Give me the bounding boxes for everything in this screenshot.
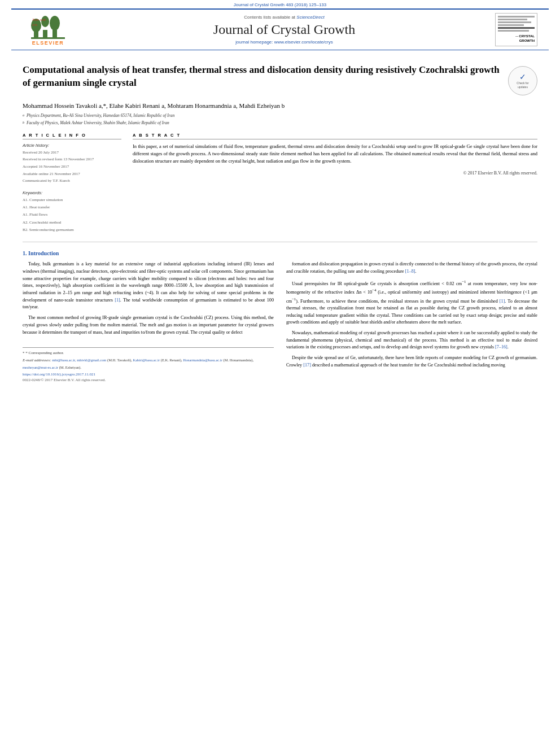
- article-history: Received 20 July 2017 Received in revise…: [23, 149, 121, 185]
- article-info-section-label: A R T I C L E I N F O: [23, 133, 121, 139]
- email-honar: Honarmandnia@basu.ac.ir: [183, 358, 222, 362]
- keyword-3: A1. Fluid flows: [23, 211, 121, 219]
- keywords-label: Keywords:: [23, 190, 121, 195]
- accepted-date: Accepted 16 November 2017: [23, 163, 121, 171]
- right-para-1: formation and dislocation propagation in…: [286, 261, 537, 275]
- received-revised-date: Received in revised form 13 November 201…: [23, 156, 121, 163]
- footnote-email-2: mezheyan@mut-es.ac.ir (M. Ezheiyan).: [23, 364, 274, 370]
- received-date: Received 20 July 2017: [23, 149, 121, 156]
- abstract-section-label: A B S T R A C T: [133, 133, 537, 139]
- available-date: Available online 21 November 2017: [23, 171, 121, 178]
- svg-text:iris: iris: [32, 23, 38, 27]
- homepage-text: journal homepage: www.elsevier.com/locat…: [235, 40, 333, 45]
- paper-title: Computational analysis of heat transfer,…: [23, 64, 501, 90]
- keywords-list: A1. Computer simulation A1. Heat transfe…: [23, 196, 121, 234]
- keywords-section: Keywords: A1. Computer simulation A1. He…: [23, 190, 121, 234]
- keyword-1: A1. Computer simulation: [23, 196, 121, 204]
- keyword-4: A2. Czochralski method: [23, 219, 121, 226]
- journal-name: Journal of Crystal Growth: [73, 22, 495, 37]
- authors-line: Mohammad Hossein Tavakoli a,*, Elahe Kab…: [23, 101, 537, 111]
- intro-body-right: formation and dislocation propagation in…: [286, 261, 537, 369]
- affil-superscript-a: a: [23, 112, 24, 120]
- affil-text-2: Faculty of Physics, Malek Ashtar Univers…: [27, 120, 169, 127]
- svg-text:Non sole: Non sole: [32, 18, 46, 22]
- affiliations: a Physics Department, Bu-Ali Sina Univer…: [23, 112, 537, 127]
- journal-header: Non sole iris ELSEVIER Contents lists av…: [11, 8, 549, 50]
- affil-text-1: Physics Department, Bu-Ali Sina Universi…: [27, 112, 174, 120]
- email-name-2: (E.K. Renani),: [161, 358, 183, 362]
- affiliation-2: b Faculty of Physics, Malek Ashtar Unive…: [23, 120, 537, 127]
- sciencedirect-text: Contents lists available at: [244, 15, 295, 20]
- article-history-title: Article history:: [23, 143, 121, 148]
- sciencedirect-link[interactable]: ScienceDirect: [296, 15, 324, 20]
- email-label: E-mail addresses:: [23, 358, 51, 362]
- sciencedirect-line: Contents lists available at ScienceDirec…: [73, 15, 495, 20]
- keyword-2: A1. Heat transfer: [23, 204, 121, 211]
- email-name-1: (M.H. Tavakoli),: [107, 358, 133, 362]
- intro-columns: Today, bulk germanium is a key material …: [23, 261, 537, 382]
- check-updates-label: Check forupdates: [517, 81, 528, 89]
- section-divider: [23, 242, 537, 242]
- elsevier-logo: Non sole iris ELSEVIER: [23, 13, 73, 46]
- right-para-3: Nowadays, mathematical modeling of cryst…: [286, 330, 537, 351]
- svg-rect-6: [31, 37, 65, 39]
- communicated-by: Communicated by T.F. Kuech: [23, 177, 121, 185]
- corresponding-text: * Corresponding author.: [25, 351, 64, 355]
- intro-para-2: The most common method of growing IR-gra…: [23, 314, 274, 336]
- check-updates-badge: ✓ Check forupdates: [508, 66, 537, 95]
- footnotes-section: * * Corresponding author. E-mail address…: [23, 347, 274, 382]
- journal-title-center: Contents lists available at ScienceDirec…: [73, 15, 495, 45]
- intro-para-1: Today, bulk germanium is a key material …: [23, 261, 274, 311]
- footnote-corresponding: * * Corresponding author.: [23, 350, 274, 357]
- intro-right-col: formation and dislocation propagation in…: [286, 261, 537, 382]
- title-row: Computational analysis of heat transfer,…: [23, 64, 537, 95]
- email-kabiri: Kabiri@basu.ac.ir: [133, 358, 160, 362]
- email-name-4: (M. Ezheiyan).: [59, 365, 81, 369]
- right-para-4: Despite the wide spread use of Ge, unfor…: [286, 355, 537, 369]
- email-name-3: (M. Honarmandnia),: [224, 358, 254, 362]
- crystal-logo-box: — CRYSTALGROWTH: [495, 13, 537, 46]
- intro-left-col: Today, bulk germanium is a key material …: [23, 261, 274, 382]
- abstract-col: A B S T R A C T In this paper, a set of …: [133, 133, 537, 234]
- the-word: the: [421, 362, 426, 368]
- affiliation-1: a Physics Department, Bu-Ali Sina Univer…: [23, 112, 537, 120]
- homepage-line: journal homepage: www.elsevier.com/locat…: [73, 40, 495, 45]
- footnote-email: E-mail addresses: mht@basu.ac.ir, mhtvkl…: [23, 357, 274, 364]
- svg-rect-3: [43, 30, 47, 38]
- abstract-text: In this paper, a set of numerical simula…: [133, 143, 537, 165]
- issn-line: 0022-0248/© 2017 Elsevier B.V. All right…: [23, 378, 274, 382]
- elsevier-label: ELSEVIER: [32, 40, 64, 46]
- article-info-col: A R T I C L E I N F O Article history: R…: [23, 133, 121, 234]
- crystal-label: — CRYSTALGROWTH: [498, 34, 535, 43]
- top-bar: Journal of Crystal Growth 483 (2018) 125…: [0, 0, 560, 8]
- intro-heading: 1. Introduction: [23, 250, 537, 256]
- keyword-5: B2. Semiconducting germanium: [23, 226, 121, 234]
- svg-rect-5: [53, 30, 57, 38]
- affil-superscript-b: b: [23, 120, 24, 127]
- abstract-copyright: © 2017 Elsevier B.V. All rights reserved…: [133, 171, 537, 176]
- info-abstract-row: A R T I C L E I N F O Article history: R…: [23, 133, 537, 234]
- email-mezheyan: mezheyan@mut-es.ac.ir: [23, 365, 58, 369]
- email-addresses: mht@basu.ac.ir, mhtvkl@gmail.com: [52, 358, 106, 362]
- introduction-section: 1. Introduction Today, bulk germanium is…: [23, 250, 537, 382]
- elsevier-tree-icon: Non sole iris: [31, 13, 65, 40]
- doi-text[interactable]: https://doi.org/10.1016/j.jcrysgro.2017.…: [23, 372, 95, 377]
- intro-body-left: Today, bulk germanium is a key material …: [23, 261, 274, 336]
- main-content: Computational analysis of heat transfer,…: [0, 50, 560, 394]
- svg-point-4: [50, 16, 60, 30]
- check-icon: ✓: [519, 72, 526, 81]
- right-para-2: Usual prerequisites for IR optical-grade…: [286, 279, 537, 326]
- journal-reference: Journal of Crystal Growth 483 (2018) 125…: [234, 2, 327, 7]
- doi-line: https://doi.org/10.1016/j.jcrysgro.2017.…: [23, 372, 274, 377]
